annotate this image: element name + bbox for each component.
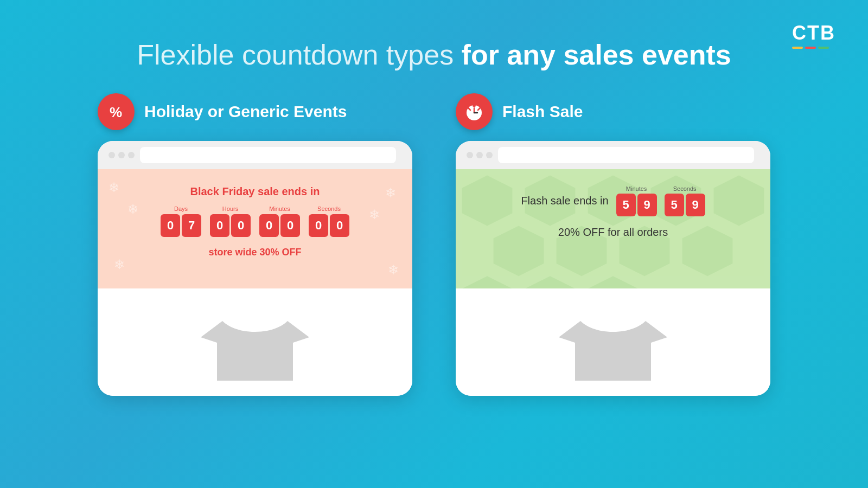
minutes-digits: 0 0 [259, 214, 300, 237]
logo-underline-green [818, 47, 829, 49]
flash-seconds-label: Seconds [673, 185, 697, 192]
minutes-label: Minutes [269, 206, 290, 212]
flash-title: Flash Sale [502, 102, 583, 121]
hours-unit: Hours 0 0 [210, 206, 251, 237]
percent-icon: % [98, 93, 135, 130]
seconds-unit: Seconds 0 0 [309, 206, 349, 237]
seconds-digit-0: 0 [309, 214, 328, 237]
heading-part1: Flexible countdown types [137, 39, 461, 70]
holiday-column: % Holiday or Generic Events ❄ ❄ ❄ ❄ ❄ [98, 93, 412, 396]
browser-dot-red-r [467, 152, 473, 158]
minutes-digit-1: 0 [280, 214, 300, 237]
seconds-digit-1: 0 [330, 214, 349, 237]
logo-letter-b: B [820, 22, 835, 44]
content-columns: % Holiday or Generic Events ❄ ❄ ❄ ❄ ❄ [0, 77, 868, 396]
flash-seconds-group: Seconds 5 9 [665, 185, 705, 216]
address-bar-right [498, 147, 754, 163]
browser-dot-red [108, 152, 115, 158]
phone-top-bar-left [98, 141, 412, 169]
holiday-banner-title: Black Friday sale ends in [114, 185, 396, 198]
browser-dot-green-r [486, 152, 493, 158]
seconds-digits: 0 0 [309, 214, 349, 237]
flash-column: Flash Sale [456, 93, 770, 396]
hours-digit-1: 0 [231, 214, 251, 237]
logo-underline-yellow [792, 47, 803, 49]
tshirt-right [559, 310, 667, 386]
days-digits: 0 7 [161, 214, 201, 237]
ctb-logo: CTB [792, 22, 835, 49]
flash-sec-digit-0: 5 [665, 194, 684, 216]
days-digit-1: 7 [182, 214, 201, 237]
flash-prefix: Flash sale ends in [521, 195, 608, 207]
snowflake-5: ❄ [114, 257, 125, 272]
flash-category-label: Flash Sale [456, 93, 770, 130]
logo-letter-t: T [807, 22, 820, 44]
logo-underline-red [805, 47, 816, 49]
countdown-timer: Days 0 7 Hours 0 0 [114, 206, 396, 237]
flash-phone-bottom [456, 288, 770, 396]
holiday-phone-bottom [98, 288, 412, 396]
flash-sec-digit-1: 9 [686, 194, 705, 216]
holiday-banner: ❄ ❄ ❄ ❄ ❄ ❄ Black Friday sale ends in Da… [98, 169, 412, 288]
days-unit: Days 0 7 [161, 206, 201, 237]
flash-min-digit-0: 5 [616, 194, 636, 216]
svg-text:%: % [110, 104, 122, 120]
holiday-phone-mockup: ❄ ❄ ❄ ❄ ❄ ❄ Black Friday sale ends in Da… [98, 141, 412, 396]
flash-min-digit-1: 9 [637, 194, 657, 216]
clock-icon [456, 93, 493, 130]
svg-rect-6 [473, 105, 476, 107]
flash-minutes-group: Minutes 5 9 [616, 185, 657, 216]
holiday-title: Holiday or Generic Events [144, 102, 347, 121]
hours-label: Hours [222, 206, 238, 212]
flash-phone-mockup: Flash sale ends in Minutes 5 9 Seconds [456, 141, 770, 396]
flash-timer-row: Flash sale ends in Minutes 5 9 Seconds [472, 185, 754, 216]
phone-top-bar-right [456, 141, 770, 169]
hours-digits: 0 0 [210, 214, 251, 237]
svg-marker-16 [462, 277, 513, 289]
logo-letter-c: C [792, 22, 807, 44]
minutes-unit: Minutes 0 0 [259, 206, 300, 237]
page-title: Flexible countdown types for any sales e… [0, 38, 868, 72]
tshirt-left [201, 310, 309, 386]
logo-underline [792, 47, 835, 49]
flash-minutes-label: Minutes [626, 185, 647, 192]
holiday-category-label: % Holiday or Generic Events [98, 93, 412, 130]
browser-dot-green [128, 152, 135, 158]
main-heading-section: Flexible countdown types for any sales e… [0, 0, 868, 77]
holiday-subtext: store wide 30% OFF [114, 247, 396, 258]
days-label: Days [174, 206, 188, 212]
hours-digit-0: 0 [210, 214, 229, 237]
address-bar-left [140, 147, 396, 163]
seconds-label: Seconds [317, 206, 341, 212]
flash-banner: Flash sale ends in Minutes 5 9 Seconds [456, 169, 770, 288]
flash-subtext: 20% OFF for all orders [472, 226, 754, 239]
browser-dot-yellow-r [476, 152, 483, 158]
clock-svg [463, 101, 485, 123]
heading-part2: for any sales events [462, 39, 731, 70]
flash-minutes-digits: 5 9 [616, 194, 657, 216]
percent-svg: % [106, 102, 126, 121]
browser-dot-yellow [118, 152, 125, 158]
snowflake-6: ❄ [388, 262, 399, 278]
svg-marker-18 [588, 277, 639, 289]
minutes-digit-0: 0 [259, 214, 279, 237]
svg-marker-17 [525, 277, 576, 289]
days-digit-0: 0 [161, 214, 180, 237]
flash-seconds-digits: 5 9 [665, 194, 705, 216]
